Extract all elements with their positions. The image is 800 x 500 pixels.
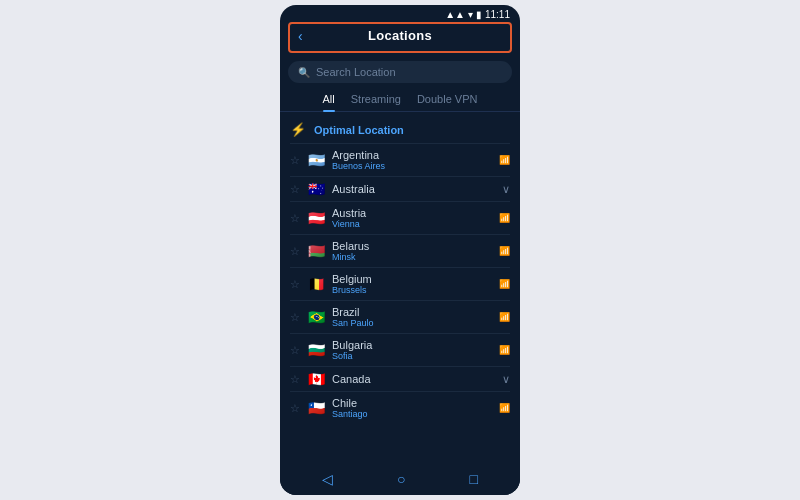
optimal-label: Optimal Location [314,124,404,136]
star-icon[interactable]: ☆ [290,311,300,324]
signal-bars: ▲▲ [445,9,465,20]
star-icon[interactable]: ☆ [290,344,300,357]
lightning-icon: ⚡ [290,122,306,137]
phone-container: ▲▲ ▾ ▮ 11:11 ‹ Locations 🔍 Search Locati… [280,5,520,495]
signal-icon: 📶 [499,345,510,355]
location-info-argentina: Argentina Buenos Aires [332,149,493,171]
location-info-belgium: Belgium Brussels [332,273,493,295]
location-info-chile: Chile Santiago [332,397,493,419]
list-item[interactable]: ☆ 🇧🇪 Belgium Brussels 📶 [280,268,520,300]
list-item[interactable]: ☆ 🇦🇷 Argentina Buenos Aires 📶 [280,144,520,176]
signal-icon: 📶 [499,312,510,322]
search-icon: 🔍 [298,67,310,78]
flag-bulgaria: 🇧🇬 [306,343,326,357]
tab-streaming[interactable]: Streaming [351,93,401,111]
flag-brazil: 🇧🇷 [306,310,326,324]
time-label: 11:11 [485,9,510,20]
list-item[interactable]: ☆ 🇦🇹 Austria Vienna 📶 [280,202,520,234]
tab-all[interactable]: All [323,93,335,111]
location-info-belarus: Belarus Minsk [332,240,493,262]
location-info-bulgaria: Bulgaria Sofia [332,339,493,361]
search-bar[interactable]: 🔍 Search Location [288,61,512,83]
nav-recents-icon[interactable]: □ [470,471,478,487]
back-button[interactable]: ‹ [298,28,303,44]
location-info-brazil: Brazil San Paulo [332,306,493,328]
list-item[interactable]: ☆ 🇧🇷 Brazil San Paulo 📶 [280,301,520,333]
status-bar: ▲▲ ▾ ▮ 11:11 [280,5,520,22]
flag-belgium: 🇧🇪 [306,277,326,291]
star-icon[interactable]: ☆ [290,402,300,415]
location-info-austria: Austria Vienna [332,207,493,229]
battery-icon: ▮ [476,9,482,20]
star-icon[interactable]: ☆ [290,245,300,258]
optimal-location-item[interactable]: ⚡ Optimal Location [280,116,520,143]
flag-argentina: 🇦🇷 [306,153,326,167]
page-title: Locations [368,28,432,43]
nav-bar: ◁ ○ □ [280,465,520,495]
signal-icon: 📶 [499,403,510,413]
location-list: ⚡ Optimal Location ☆ 🇦🇷 Argentina Buenos… [280,112,520,465]
list-item[interactable]: ☆ 🇨🇦 Canada ∨ [280,367,520,391]
signal-icon: 📶 [499,213,510,223]
nav-back-icon[interactable]: ◁ [322,471,333,487]
location-info-australia: Australia [332,183,496,195]
star-icon[interactable]: ☆ [290,212,300,225]
tab-double-vpn[interactable]: Double VPN [417,93,478,111]
list-item[interactable]: ☆ 🇨🇱 Chile Santiago 📶 [280,392,520,424]
search-input[interactable]: Search Location [316,66,396,78]
location-info-canada: Canada [332,373,496,385]
flag-canada: 🇨🇦 [306,372,326,386]
chevron-down-icon[interactable]: ∨ [502,373,510,386]
status-icons: ▲▲ ▾ ▮ 11:11 [445,9,510,20]
header: ‹ Locations [288,22,512,53]
list-item[interactable]: ☆ 🇧🇾 Belarus Minsk 📶 [280,235,520,267]
signal-icon: 📶 [499,155,510,165]
flag-chile: 🇨🇱 [306,401,326,415]
star-icon[interactable]: ☆ [290,278,300,291]
star-icon[interactable]: ☆ [290,373,300,386]
tabs-container: All Streaming Double VPN [280,89,520,112]
flag-austria: 🇦🇹 [306,211,326,225]
flag-australia: 🇦🇺 [306,182,326,196]
wifi-icon: ▾ [468,9,473,20]
list-item[interactable]: ☆ 🇦🇺 Australia ∨ [280,177,520,201]
star-icon[interactable]: ☆ [290,154,300,167]
signal-icon: 📶 [499,279,510,289]
list-item[interactable]: ☆ 🇧🇬 Bulgaria Sofia 📶 [280,334,520,366]
signal-icon: 📶 [499,246,510,256]
chevron-down-icon[interactable]: ∨ [502,183,510,196]
nav-home-icon[interactable]: ○ [397,471,405,487]
star-icon[interactable]: ☆ [290,183,300,196]
flag-belarus: 🇧🇾 [306,244,326,258]
